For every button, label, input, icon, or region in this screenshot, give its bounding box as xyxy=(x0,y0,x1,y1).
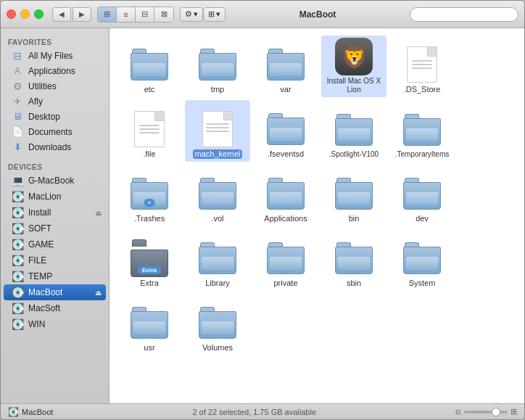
search-wrapper: 🔍 xyxy=(410,7,518,22)
icon-view-button[interactable]: ⊞ xyxy=(98,7,117,22)
titlebar: ◀ ▶ ⊞ ≡ ⊟ ⊠ ⚙▾ ⊞▾ MacBoot 🔍 xyxy=(1,1,524,28)
sidebar-item-file[interactable]: 💽 FILE xyxy=(4,252,106,268)
status-path: 💽 MacBoot xyxy=(8,407,53,417)
sidebar-item-label: Documents xyxy=(28,127,73,137)
install-icon: 💽 xyxy=(11,207,24,218)
sidebar-item-all-my-files[interactable]: ⊟ All My Files xyxy=(4,48,106,64)
g-macbook-icon: 💻 xyxy=(11,175,24,186)
file-item-applications[interactable]: Applications xyxy=(253,165,318,226)
action-button[interactable]: ⚙▾ xyxy=(180,7,203,22)
folder-icon-usr xyxy=(131,307,168,339)
sidebar-item-g-macbook[interactable]: 💻 G-MacBook xyxy=(4,173,106,189)
sidebar-item-label: MacLion xyxy=(28,192,61,202)
sidebar-item-soft[interactable]: 💽 SOFT xyxy=(4,221,106,236)
coverflow-view-button[interactable]: ⊠ xyxy=(154,7,173,22)
forward-button[interactable]: ▶ xyxy=(73,7,91,22)
file-item-install-lion[interactable]: 🦁 Install Mac OS X Lion xyxy=(321,36,386,97)
zoom-thumb[interactable] xyxy=(492,408,500,416)
file-item-ds-store[interactable]: .DS_Store xyxy=(389,36,455,97)
file-item-volumes[interactable]: Volumes xyxy=(185,294,250,355)
window-title: MacBoot xyxy=(226,9,410,20)
sidebar-item-install[interactable]: 💽 Install ⏏ xyxy=(4,205,106,221)
sidebar-item-game[interactable]: 💽 GAME xyxy=(4,236,106,252)
sidebar-item-applications[interactable]: A Applications xyxy=(4,64,106,78)
file-name-spotlight: .Spotlight-V100 xyxy=(329,150,379,159)
column-view-button[interactable]: ⊟ xyxy=(136,7,154,22)
list-view-button[interactable]: ≡ xyxy=(117,7,136,22)
search-input[interactable] xyxy=(410,7,518,22)
utilities-icon: ⚙ xyxy=(11,81,24,92)
file-name-install-lion: Install Mac OS X Lion xyxy=(324,77,384,94)
sidebar-item-label: Downloads xyxy=(28,142,71,152)
back-button[interactable]: ◀ xyxy=(52,7,71,22)
sidebar-item-label: Utilities xyxy=(28,81,57,91)
sidebar-item-downloads[interactable]: ⬇ Downloads xyxy=(4,139,106,155)
devices-header: DEVICES xyxy=(1,159,109,173)
file-item-dev[interactable]: dev xyxy=(389,165,455,226)
sidebar-item-utilities[interactable]: ⚙ Utilities xyxy=(4,78,106,94)
file-item-etc[interactable]: etc xyxy=(117,36,182,97)
file-item-tmp[interactable]: tmp xyxy=(185,36,250,97)
sidebar-item-label: All My Files xyxy=(28,51,73,61)
file-name-usr: usr xyxy=(144,343,154,353)
file-name-tmp: tmp xyxy=(211,85,224,94)
sidebar-item-label: TEMP xyxy=(28,271,52,281)
install-eject-icon[interactable]: ⏏ xyxy=(95,209,102,217)
file-name-ds-store: .DS_Store xyxy=(404,85,441,94)
folder-icon-dev xyxy=(403,178,441,210)
file-item-private[interactable]: private xyxy=(253,229,318,291)
macboot-eject-icon[interactable]: ⏏ xyxy=(95,289,102,297)
sidebar-item-maclion[interactable]: 💽 MacLion xyxy=(4,189,106,205)
file-item-sbin[interactable]: sbin xyxy=(321,229,386,291)
file-item-usr[interactable]: usr xyxy=(117,294,182,355)
maximize-button[interactable] xyxy=(34,9,44,19)
sidebar-item-macboot[interactable]: 💽 MacBoot ⏏ xyxy=(4,284,106,300)
minimize-button[interactable] xyxy=(20,9,30,19)
soft-icon: 💽 xyxy=(11,223,24,234)
file-item-var[interactable]: var xyxy=(253,36,318,97)
file-item-temporaryitems[interactable]: .TemporaryItems xyxy=(389,100,455,162)
file-name-sbin: sbin xyxy=(347,279,361,288)
file-name-temporaryitems: .TemporaryItems xyxy=(395,150,449,159)
sidebar-item-desktop[interactable]: 🖥 Desktop xyxy=(4,109,106,124)
file-name-dotfile: .file xyxy=(143,149,155,159)
file-item-fseventsd[interactable]: .fseventsd xyxy=(253,100,318,162)
game-icon: 💽 xyxy=(11,239,24,250)
file-name-applications: Applications xyxy=(264,214,307,223)
file-item-trashes[interactable]: + .Trashes xyxy=(117,165,182,226)
zoom-slider[interactable]: ⊟ ⊞ xyxy=(455,407,517,416)
maclion-icon: 💽 xyxy=(11,191,24,202)
file-name-vol: .vol xyxy=(211,214,223,223)
close-button[interactable] xyxy=(7,9,16,19)
sidebar-item-label: Desktop xyxy=(28,112,60,122)
zoom-track[interactable] xyxy=(464,411,508,413)
file-name-bin: bin xyxy=(349,214,360,223)
file-item-library[interactable]: Library xyxy=(185,229,250,291)
file-item-mach-kernel[interactable]: mach_kernel xyxy=(185,100,250,162)
folder-icon-fseventsd xyxy=(267,113,305,145)
sidebar-item-afly[interactable]: ✈ Afly xyxy=(4,94,106,109)
sidebar-item-documents[interactable]: 📄 Documents xyxy=(4,124,106,139)
sidebar-item-temp[interactable]: 💽 TEMP xyxy=(4,268,106,284)
file-item-bin[interactable]: bin xyxy=(321,165,386,226)
file-item-extra[interactable]: Extra Extra xyxy=(117,229,182,291)
sidebar-item-label: WIN xyxy=(28,319,45,329)
documents-icon: 📄 xyxy=(11,126,24,137)
sidebar-item-label: GAME xyxy=(28,239,54,250)
sidebar-item-win[interactable]: 💽 WIN xyxy=(4,316,106,332)
finder-window: ◀ ▶ ⊞ ≡ ⊟ ⊠ ⚙▾ ⊞▾ MacBoot 🔍 FAVORITES ⊟ xyxy=(0,0,525,420)
file-item-vol[interactable]: .vol xyxy=(185,165,250,226)
file-item-spotlight[interactable]: .Spotlight-V100 xyxy=(321,100,386,162)
file-name-var: var xyxy=(280,85,291,94)
main-content: FAVORITES ⊟ All My Files A Applications … xyxy=(1,28,524,403)
doc-icon-dotfile xyxy=(134,111,165,147)
sidebar-item-macsoft[interactable]: 💽 MacSoft xyxy=(4,300,106,316)
traffic-lights xyxy=(7,9,44,19)
arrange-button[interactable]: ⊞▾ xyxy=(203,7,226,22)
sidebar-item-label: MacSoft xyxy=(28,303,60,313)
file-item-dotfile[interactable]: .file xyxy=(117,100,182,162)
sidebar: FAVORITES ⊟ All My Files A Applications … xyxy=(1,28,109,403)
file-icon: 💽 xyxy=(11,255,24,266)
file-item-system[interactable]: System xyxy=(389,229,455,291)
file-name-mach-kernel: mach_kernel xyxy=(193,149,243,159)
